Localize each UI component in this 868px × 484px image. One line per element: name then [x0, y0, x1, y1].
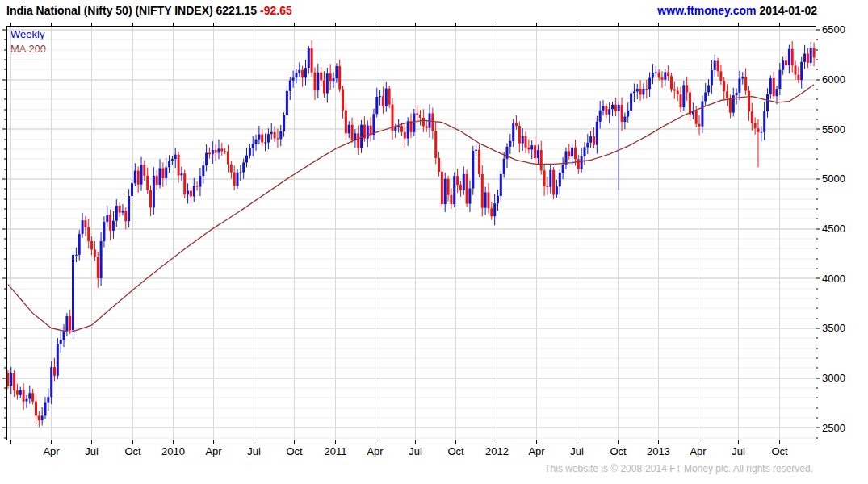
x-axis-label: Oct	[610, 445, 627, 457]
x-axis-label: 2010	[161, 445, 185, 457]
chart-page: India National (Nifty 50) (NIFTY INDEX) …	[0, 0, 868, 484]
x-axis-label: Apr	[690, 445, 707, 457]
x-axis-label: 2011	[325, 445, 347, 457]
grid-lines	[6, 26, 816, 440]
copyright-footer: This website is © 2008-2014 FT Money plc…	[544, 463, 813, 474]
y-axis-label: 5000	[822, 173, 845, 185]
candles	[6, 40, 815, 428]
x-axis-label: Oct	[447, 445, 464, 457]
y-axis-label: 4500	[822, 223, 845, 235]
x-axis-label: Apr	[367, 445, 384, 457]
x-axis-label: Jul	[247, 445, 261, 457]
x-axis-label: Oct	[124, 445, 141, 457]
x-axis-label: Apr	[43, 445, 60, 457]
price-chart: 250030003500400045005000550060006500AprJ…	[0, 0, 868, 484]
y-axis-label: 3500	[822, 322, 845, 334]
x-axis-label: Oct	[771, 445, 788, 457]
y-axis: 250030003500400045005000550060006500	[2, 23, 845, 438]
y-axis-label: 6000	[822, 73, 845, 86]
x-axis-label: Jul	[85, 445, 99, 457]
y-axis-label: 2500	[822, 422, 845, 434]
x-axis-label: Jul	[570, 445, 584, 457]
y-axis-label: 6500	[822, 23, 845, 35]
y-axis-label: 3000	[822, 372, 845, 384]
x-axis-label: Jul	[409, 445, 422, 457]
x-axis-label: 2012	[485, 445, 509, 457]
y-axis-label: 4000	[822, 273, 845, 285]
x-axis-label: Oct	[286, 445, 303, 457]
y-axis-label: 5500	[822, 123, 845, 136]
x-axis-label: Apr	[528, 445, 545, 457]
x-axis-label: Apr	[205, 445, 222, 457]
x-axis-label: 2013	[647, 445, 670, 457]
x-axis-label: Jul	[732, 445, 745, 457]
